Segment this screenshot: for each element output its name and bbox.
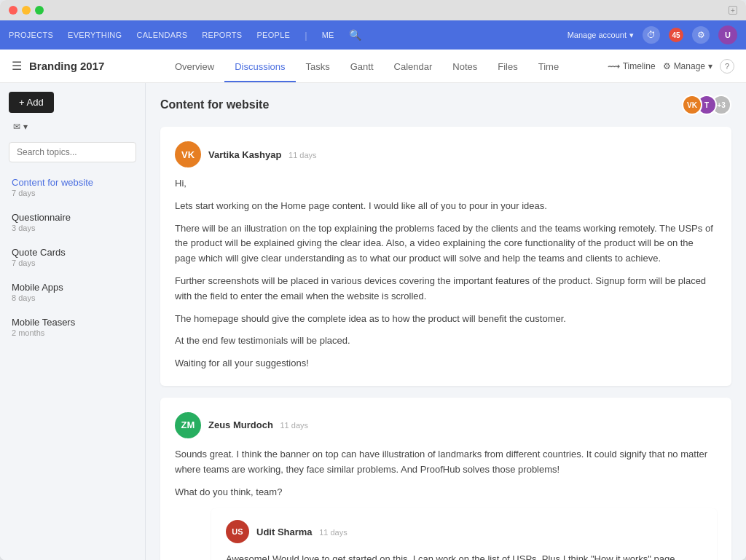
user-info: Zeus Murdoch 11 days bbox=[208, 419, 308, 430]
user-name: Vartika Kashyap bbox=[208, 149, 281, 160]
discussion-body: Sounds great. I think the banner on top … bbox=[175, 447, 717, 500]
manage-account-btn[interactable]: Manage account ▾ bbox=[568, 31, 634, 40]
tab-tasks[interactable]: Tasks bbox=[296, 52, 340, 82]
topic-item[interactable]: Quote Cards 7 days bbox=[9, 242, 136, 272]
discussion-card: VK Vartika Kashyap 11 days Hi, Lets star… bbox=[160, 127, 731, 386]
content-area: Content for website VK T +3 VK Vartika K… bbox=[146, 83, 746, 560]
avatar: VK bbox=[682, 95, 702, 115]
topic-name: Quote Cards bbox=[12, 247, 133, 258]
topic-item[interactable]: Content for website 7 days bbox=[9, 173, 136, 202]
project-title: Branding 2017 bbox=[29, 60, 104, 72]
avatar: US bbox=[226, 520, 249, 543]
user-avatar-nav[interactable]: U bbox=[718, 25, 737, 44]
tab-discussions[interactable]: Discussions bbox=[224, 52, 295, 82]
discussion-meta: ZM Zeus Murdoch 11 days bbox=[175, 412, 717, 438]
gear-icon: ⚙ bbox=[663, 61, 671, 71]
topic-days: 7 days bbox=[12, 259, 133, 267]
discussion-card: ZM Zeus Murdoch 11 days Sounds great. I … bbox=[160, 398, 731, 560]
topic-item[interactable]: Questionnaire 3 days bbox=[9, 208, 136, 237]
timeline-btn[interactable]: ⟿ Timeline bbox=[608, 61, 656, 71]
message-line: What do you think, team? bbox=[175, 485, 717, 500]
expand-icon[interactable]: + bbox=[729, 6, 737, 15]
topics-list: Content for website 7 days Questionnaire… bbox=[9, 173, 136, 342]
user-info: Udit Sharma 11 days bbox=[256, 527, 348, 537]
message-line: Lets start working on the Home page cont… bbox=[175, 199, 717, 214]
topic-days: 2 months bbox=[12, 328, 133, 337]
main-area: + Add ✉ ▾ Content for website 7 days Que… bbox=[0, 83, 746, 560]
discussion-body: Hi, Lets start working on the Home page … bbox=[175, 176, 717, 371]
manage-btn[interactable]: ⚙ Manage ▾ bbox=[663, 61, 712, 71]
tab-gantt[interactable]: Gantt bbox=[340, 52, 384, 82]
reply-card: US Udit Sharma 11 days Awesome! Would lo… bbox=[211, 508, 717, 560]
nav-projects[interactable]: PROJECTS bbox=[9, 31, 53, 39]
sidebar: + Add ✉ ▾ Content for website 7 days Que… bbox=[0, 83, 146, 560]
discussion-meta: VK Vartika Kashyap 11 days bbox=[175, 141, 717, 167]
nav-reports[interactable]: REPORTS bbox=[202, 31, 242, 39]
topic-name: Mobile Teasers bbox=[12, 317, 133, 328]
message-line: There will be an illustration on the top… bbox=[175, 221, 717, 267]
top-nav: PROJECTS EVERYTHING CALENDARS REPORTS PE… bbox=[0, 20, 746, 50]
timeline-icon: ⟿ bbox=[608, 61, 620, 71]
maximize-dot[interactable] bbox=[35, 6, 44, 15]
tab-time[interactable]: Time bbox=[528, 52, 569, 82]
avatars-group: VK T +3 bbox=[682, 95, 731, 115]
user-info: Vartika Kashyap 11 days bbox=[208, 149, 317, 160]
hamburger-icon[interactable]: ☰ bbox=[12, 59, 22, 73]
time-stamp: 11 days bbox=[280, 421, 308, 430]
search-icon[interactable]: 🔍 bbox=[349, 29, 361, 41]
tab-notes[interactable]: Notes bbox=[442, 52, 487, 82]
settings-icon[interactable]: ⚙ bbox=[692, 26, 710, 44]
sub-nav: ☰ Branding 2017 Overview Discussions Tas… bbox=[0, 50, 746, 83]
topic-days: 8 days bbox=[12, 293, 133, 302]
help-button[interactable]: ? bbox=[720, 59, 734, 74]
content-header: Content for website VK T +3 bbox=[160, 95, 731, 115]
notification-badge[interactable]: 45 bbox=[669, 28, 683, 42]
content-title: Content for website bbox=[160, 98, 269, 111]
message-line: At the end few testimonials will be plac… bbox=[175, 334, 717, 349]
nav-divider: | bbox=[305, 30, 307, 41]
reply-meta: US Udit Sharma 11 days bbox=[226, 520, 702, 543]
topic-name: Content for website bbox=[12, 177, 133, 188]
time-stamp: 11 days bbox=[319, 528, 348, 537]
topic-name: Questionnaire bbox=[12, 212, 133, 223]
close-dot[interactable] bbox=[9, 6, 17, 15]
top-nav-right: Manage account ▾ ⏱ 45 ⚙ U bbox=[568, 25, 737, 44]
user-name: Zeus Murdoch bbox=[208, 419, 273, 430]
minimize-dot[interactable] bbox=[22, 6, 31, 15]
avatar: VK bbox=[175, 141, 201, 167]
nav-calendars[interactable]: CALENDARS bbox=[136, 31, 187, 39]
reply-thread: US Udit Sharma 11 days Awesome! Would lo… bbox=[211, 508, 717, 560]
nav-tabs: Overview Discussions Tasks Gantt Calenda… bbox=[126, 51, 607, 81]
topic-days: 7 days bbox=[12, 189, 133, 197]
search-input[interactable] bbox=[9, 142, 136, 162]
topic-item[interactable]: Mobile Apps 8 days bbox=[9, 277, 136, 307]
reply-body: Awesome! Would love to get started on th… bbox=[226, 552, 702, 560]
app-window: + PROJECTS EVERYTHING CALENDARS REPORTS … bbox=[0, 0, 746, 560]
message-line: The homepage should give the complete id… bbox=[175, 312, 717, 327]
user-name: Udit Sharma bbox=[256, 527, 313, 537]
nav-everything[interactable]: EVERYTHING bbox=[68, 31, 122, 39]
message-line: Sounds great. I think the banner on top … bbox=[175, 447, 717, 478]
nav-me[interactable]: ME bbox=[322, 31, 334, 39]
topic-name: Mobile Apps bbox=[12, 282, 133, 293]
message-line: Hi, bbox=[175, 176, 717, 192]
message-line: Awesome! Would love to get started on th… bbox=[226, 552, 702, 560]
nav-people[interactable]: PEOPLE bbox=[256, 31, 290, 39]
inbox-button[interactable]: ✉ ▾ bbox=[9, 119, 136, 135]
tab-files[interactable]: Files bbox=[487, 52, 527, 82]
topic-item[interactable]: Mobile Teasers 2 months bbox=[9, 312, 136, 342]
message-line: Further screenshots will be placed in va… bbox=[175, 274, 717, 304]
sub-nav-right: ⟿ Timeline ⚙ Manage ▾ ? bbox=[608, 59, 734, 74]
time-stamp: 11 days bbox=[288, 151, 317, 159]
topic-days: 3 days bbox=[12, 224, 133, 232]
tab-overview[interactable]: Overview bbox=[165, 52, 224, 82]
clock-icon[interactable]: ⏱ bbox=[643, 26, 660, 44]
title-bar: + bbox=[0, 0, 746, 20]
tab-calendar[interactable]: Calendar bbox=[384, 52, 443, 82]
avatar: ZM bbox=[175, 412, 201, 438]
inbox-icon: ✉ bbox=[13, 122, 20, 132]
message-line: Waiting for all your suggestions! bbox=[175, 356, 717, 371]
add-button[interactable]: + Add bbox=[9, 92, 54, 113]
